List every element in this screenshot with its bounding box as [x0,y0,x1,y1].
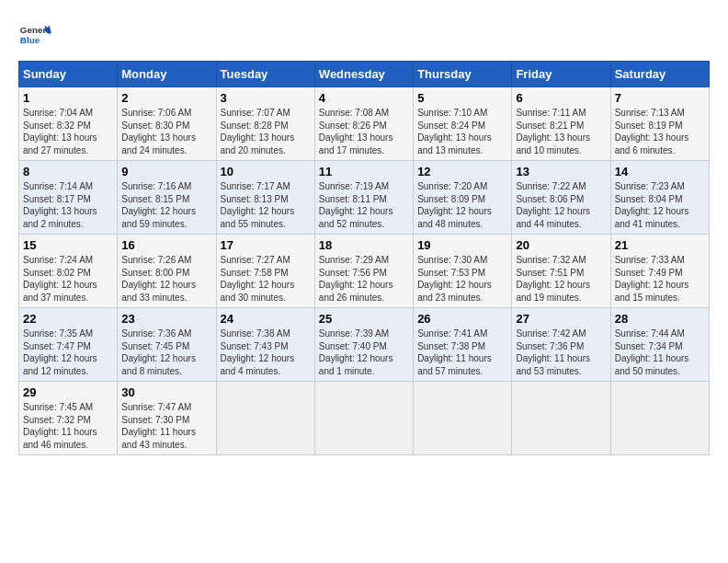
day-cell: 25Sunrise: 7:39 AM Sunset: 7:40 PM Dayli… [314,308,413,382]
day-number: 9 [121,165,211,178]
day-number: 29 [23,385,113,399]
day-info: Sunrise: 7:10 AM Sunset: 8:24 PM Dayligh… [417,107,507,156]
weekday-header-sunday: Sunday [19,62,118,87]
day-info: Sunrise: 7:26 AM Sunset: 8:00 PM Dayligh… [121,254,211,304]
day-cell: 18Sunrise: 7:29 AM Sunset: 7:56 PM Dayli… [314,235,413,308]
day-cell: 17Sunrise: 7:27 AM Sunset: 7:58 PM Dayli… [216,235,314,308]
day-number: 11 [319,165,409,178]
day-info: Sunrise: 7:20 AM Sunset: 8:09 PM Dayligh… [417,180,507,230]
day-info: Sunrise: 7:47 AM Sunset: 7:30 PM Dayligh… [121,401,211,451]
calendar-table: SundayMondayTuesdayWednesdayThursdayFrid… [18,61,710,455]
day-info: Sunrise: 7:11 AM Sunset: 8:21 PM Dayligh… [516,107,606,156]
day-cell: 11Sunrise: 7:19 AM Sunset: 8:11 PM Dayli… [314,161,413,235]
day-info: Sunrise: 7:35 AM Sunset: 7:47 PM Dayligh… [23,327,113,377]
day-number: 17 [221,238,311,252]
day-number: 8 [23,165,113,178]
calendar-row: 1Sunrise: 7:04 AM Sunset: 8:32 PM Daylig… [19,87,710,161]
day-info: Sunrise: 7:27 AM Sunset: 7:58 PM Dayligh… [221,254,311,304]
day-number: 15 [23,238,113,252]
day-cell: 1Sunrise: 7:04 AM Sunset: 8:32 PM Daylig… [19,87,118,161]
day-number: 3 [221,91,311,105]
weekday-header-thursday: Thursday [414,62,512,87]
day-info: Sunrise: 7:45 AM Sunset: 7:32 PM Dayligh… [23,401,113,451]
calendar-row: 8Sunrise: 7:14 AM Sunset: 8:17 PM Daylig… [19,161,710,235]
day-cell: 28Sunrise: 7:44 AM Sunset: 7:34 PM Dayli… [610,308,709,382]
day-number: 21 [615,238,705,252]
day-number: 2 [121,91,211,105]
day-info: Sunrise: 7:06 AM Sunset: 8:30 PM Dayligh… [121,107,211,156]
empty-cell [610,382,709,455]
empty-cell [314,382,413,455]
day-number: 23 [121,312,211,326]
day-number: 14 [615,165,705,178]
day-cell: 6Sunrise: 7:11 AM Sunset: 8:21 PM Daylig… [512,87,610,161]
weekday-header-wednesday: Wednesday [314,62,413,87]
day-number: 13 [516,165,606,178]
day-info: Sunrise: 7:44 AM Sunset: 7:34 PM Dayligh… [615,327,705,377]
day-info: Sunrise: 7:30 AM Sunset: 7:53 PM Dayligh… [417,254,507,304]
day-cell: 8Sunrise: 7:14 AM Sunset: 8:17 PM Daylig… [19,161,118,235]
day-cell: 26Sunrise: 7:41 AM Sunset: 7:38 PM Dayli… [414,308,512,382]
calendar-row: 15Sunrise: 7:24 AM Sunset: 8:02 PM Dayli… [19,235,710,308]
logo: General Blue [18,18,55,52]
logo-icon: General Blue [18,18,51,52]
day-info: Sunrise: 7:23 AM Sunset: 8:04 PM Dayligh… [615,180,705,230]
day-number: 30 [121,385,211,399]
day-cell: 23Sunrise: 7:36 AM Sunset: 7:45 PM Dayli… [118,308,216,382]
day-number: 12 [417,165,507,178]
day-info: Sunrise: 7:38 AM Sunset: 7:43 PM Dayligh… [221,327,311,377]
day-cell: 4Sunrise: 7:08 AM Sunset: 8:26 PM Daylig… [314,87,413,161]
day-number: 6 [516,91,606,105]
day-cell: 13Sunrise: 7:22 AM Sunset: 8:06 PM Dayli… [512,161,610,235]
day-cell: 29Sunrise: 7:45 AM Sunset: 7:32 PM Dayli… [19,382,118,455]
day-cell: 15Sunrise: 7:24 AM Sunset: 8:02 PM Dayli… [19,235,118,308]
day-cell: 19Sunrise: 7:30 AM Sunset: 7:53 PM Dayli… [414,235,512,308]
day-info: Sunrise: 7:13 AM Sunset: 8:19 PM Dayligh… [615,107,705,156]
day-cell: 30Sunrise: 7:47 AM Sunset: 7:30 PM Dayli… [118,382,216,455]
day-number: 18 [319,238,409,252]
day-number: 19 [417,238,507,252]
empty-cell [414,382,512,455]
day-cell: 3Sunrise: 7:07 AM Sunset: 8:28 PM Daylig… [216,87,314,161]
day-info: Sunrise: 7:39 AM Sunset: 7:40 PM Dayligh… [319,327,409,377]
day-number: 25 [319,312,409,326]
day-info: Sunrise: 7:22 AM Sunset: 8:06 PM Dayligh… [516,180,606,230]
calendar-row: 22Sunrise: 7:35 AM Sunset: 7:47 PM Dayli… [19,308,710,382]
weekday-header-monday: Monday [118,62,216,87]
day-info: Sunrise: 7:41 AM Sunset: 7:38 PM Dayligh… [417,327,507,377]
day-info: Sunrise: 7:42 AM Sunset: 7:36 PM Dayligh… [516,327,606,377]
day-info: Sunrise: 7:17 AM Sunset: 8:13 PM Dayligh… [221,180,311,230]
day-number: 10 [221,165,311,178]
day-number: 7 [615,91,705,105]
day-cell: 21Sunrise: 7:33 AM Sunset: 7:49 PM Dayli… [610,235,709,308]
day-number: 26 [417,312,507,326]
day-info: Sunrise: 7:19 AM Sunset: 8:11 PM Dayligh… [319,180,409,230]
day-cell: 16Sunrise: 7:26 AM Sunset: 8:00 PM Dayli… [118,235,216,308]
weekday-header-row: SundayMondayTuesdayWednesdayThursdayFrid… [19,62,710,87]
day-cell: 22Sunrise: 7:35 AM Sunset: 7:47 PM Dayli… [19,308,118,382]
day-info: Sunrise: 7:29 AM Sunset: 7:56 PM Dayligh… [319,254,409,304]
day-info: Sunrise: 7:32 AM Sunset: 7:51 PM Dayligh… [516,254,606,304]
day-cell: 2Sunrise: 7:06 AM Sunset: 8:30 PM Daylig… [118,87,216,161]
day-info: Sunrise: 7:07 AM Sunset: 8:28 PM Dayligh… [221,107,311,156]
calendar-row: 29Sunrise: 7:45 AM Sunset: 7:32 PM Dayli… [19,382,710,455]
weekday-header-saturday: Saturday [610,62,709,87]
day-info: Sunrise: 7:16 AM Sunset: 8:15 PM Dayligh… [121,180,211,230]
day-info: Sunrise: 7:08 AM Sunset: 8:26 PM Dayligh… [319,107,409,156]
day-cell: 24Sunrise: 7:38 AM Sunset: 7:43 PM Dayli… [216,308,314,382]
day-number: 4 [319,91,409,105]
empty-cell [512,382,610,455]
day-cell: 9Sunrise: 7:16 AM Sunset: 8:15 PM Daylig… [118,161,216,235]
day-number: 27 [516,312,606,326]
day-cell: 5Sunrise: 7:10 AM Sunset: 8:24 PM Daylig… [414,87,512,161]
empty-cell [216,382,314,455]
page-header: General Blue [18,18,710,52]
day-cell: 14Sunrise: 7:23 AM Sunset: 8:04 PM Dayli… [610,161,709,235]
day-number: 28 [615,312,705,326]
day-cell: 27Sunrise: 7:42 AM Sunset: 7:36 PM Dayli… [512,308,610,382]
day-info: Sunrise: 7:04 AM Sunset: 8:32 PM Dayligh… [23,107,113,156]
day-number: 5 [417,91,507,105]
day-number: 24 [221,312,311,326]
day-info: Sunrise: 7:14 AM Sunset: 8:17 PM Dayligh… [23,180,113,230]
day-number: 22 [23,312,113,326]
